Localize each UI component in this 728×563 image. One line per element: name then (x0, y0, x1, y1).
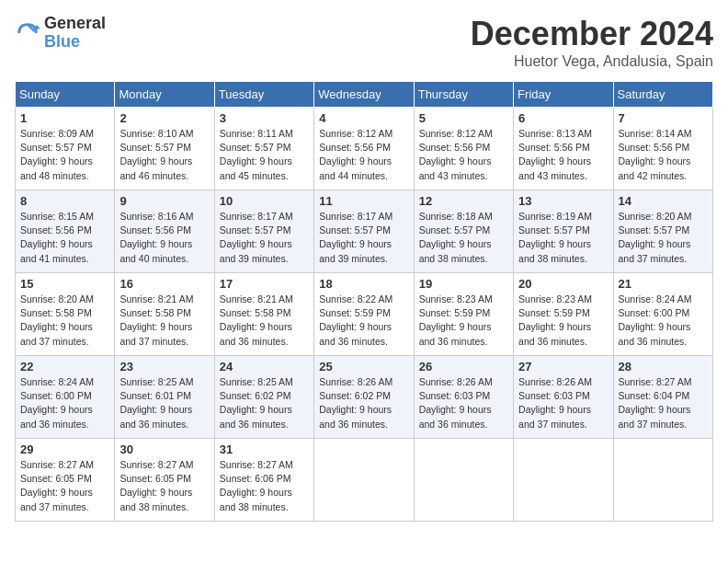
day-info: Sunrise: 8:16 AMSunset: 5:56 PMDaylight:… (119, 211, 193, 264)
day-number: 10 (220, 194, 309, 208)
calendar-day-cell: 24 Sunrise: 8:25 AMSunset: 6:02 PMDaylig… (214, 356, 313, 439)
calendar-day-cell: 18 Sunrise: 8:22 AMSunset: 5:59 PMDaylig… (314, 273, 414, 356)
calendar-week-row: 29 Sunrise: 8:27 AMSunset: 6:05 PMDaylig… (16, 439, 713, 522)
calendar-day-cell (414, 439, 513, 522)
day-number: 21 (619, 277, 708, 291)
calendar-day-cell: 25 Sunrise: 8:26 AMSunset: 6:02 PMDaylig… (314, 356, 414, 439)
weekday-header: Thursday (414, 82, 513, 108)
day-info: Sunrise: 8:17 AMSunset: 5:57 PMDaylight:… (319, 211, 392, 264)
calendar-day-cell: 31 Sunrise: 8:27 AMSunset: 6:06 PMDaylig… (214, 439, 313, 522)
day-number: 6 (518, 111, 608, 125)
day-number: 1 (20, 111, 109, 125)
day-number: 5 (419, 111, 508, 125)
calendar-day-cell: 17 Sunrise: 8:21 AMSunset: 5:58 PMDaylig… (214, 273, 313, 356)
calendar-day-cell: 4 Sunrise: 8:12 AMSunset: 5:56 PMDayligh… (314, 108, 414, 190)
day-number: 19 (419, 277, 508, 291)
calendar-table: SundayMondayTuesdayWednesdayThursdayFrid… (15, 81, 713, 522)
day-info: Sunrise: 8:20 AMSunset: 5:58 PMDaylight:… (20, 293, 94, 347)
weekday-header: Monday (115, 82, 214, 108)
calendar-day-cell: 11 Sunrise: 8:17 AMSunset: 5:57 PMDaylig… (314, 190, 414, 273)
day-info: Sunrise: 8:12 AMSunset: 5:56 PMDaylight:… (419, 128, 493, 181)
logo: General Blue (15, 15, 106, 52)
day-number: 20 (518, 277, 608, 291)
calendar-day-cell: 2 Sunrise: 8:10 AMSunset: 5:57 PMDayligh… (115, 108, 214, 190)
day-info: Sunrise: 8:26 AMSunset: 6:02 PMDaylight:… (319, 376, 392, 430)
day-number: 22 (20, 360, 109, 373)
day-number: 25 (319, 360, 408, 373)
calendar-day-cell: 8 Sunrise: 8:15 AMSunset: 5:56 PMDayligh… (16, 190, 115, 273)
calendar-day-cell: 23 Sunrise: 8:25 AMSunset: 6:01 PMDaylig… (115, 356, 214, 439)
title-section: December 2024 Huetor Vega, Andalusia, Sp… (471, 15, 713, 70)
day-info: Sunrise: 8:11 AMSunset: 5:57 PMDaylight:… (220, 128, 293, 181)
calendar-day-cell: 19 Sunrise: 8:23 AMSunset: 5:59 PMDaylig… (414, 273, 513, 356)
weekday-header: Saturday (613, 82, 712, 108)
day-info: Sunrise: 8:27 AMSunset: 6:04 PMDaylight:… (619, 376, 692, 430)
day-info: Sunrise: 8:20 AMSunset: 5:57 PMDaylight:… (619, 211, 692, 264)
day-info: Sunrise: 8:23 AMSunset: 5:59 PMDaylight:… (419, 293, 493, 347)
day-number: 27 (518, 360, 608, 373)
weekday-header: Friday (514, 82, 613, 108)
weekday-header: Sunday (16, 82, 115, 108)
day-number: 11 (319, 194, 408, 208)
day-number: 15 (20, 277, 109, 291)
calendar-day-cell: 15 Sunrise: 8:20 AMSunset: 5:58 PMDaylig… (16, 273, 115, 356)
day-number: 30 (119, 442, 209, 456)
day-info: Sunrise: 8:09 AMSunset: 5:57 PMDaylight:… (20, 128, 94, 181)
calendar-day-cell: 27 Sunrise: 8:26 AMSunset: 6:03 PMDaylig… (514, 356, 613, 439)
day-info: Sunrise: 8:17 AMSunset: 5:57 PMDaylight:… (220, 211, 293, 264)
calendar-day-cell: 21 Sunrise: 8:24 AMSunset: 6:00 PMDaylig… (613, 273, 712, 356)
calendar-day-cell: 10 Sunrise: 8:17 AMSunset: 5:57 PMDaylig… (214, 190, 313, 273)
day-number: 16 (119, 277, 209, 291)
day-info: Sunrise: 8:26 AMSunset: 6:03 PMDaylight:… (419, 376, 493, 430)
calendar-week-row: 22 Sunrise: 8:24 AMSunset: 6:00 PMDaylig… (16, 356, 713, 439)
day-info: Sunrise: 8:27 AMSunset: 6:06 PMDaylight:… (220, 459, 293, 512)
calendar-day-cell (514, 439, 613, 522)
calendar-day-cell: 7 Sunrise: 8:14 AMSunset: 5:56 PMDayligh… (613, 108, 712, 190)
day-info: Sunrise: 8:18 AMSunset: 5:57 PMDaylight:… (419, 211, 493, 264)
day-number: 23 (119, 360, 209, 373)
calendar-day-cell (613, 439, 712, 522)
day-info: Sunrise: 8:23 AMSunset: 5:59 PMDaylight:… (518, 293, 592, 347)
day-info: Sunrise: 8:15 AMSunset: 5:56 PMDaylight:… (20, 211, 94, 264)
day-number: 12 (419, 194, 508, 208)
day-number: 29 (20, 442, 109, 456)
calendar-day-cell: 30 Sunrise: 8:27 AMSunset: 6:05 PMDaylig… (115, 439, 214, 522)
calendar-day-cell: 16 Sunrise: 8:21 AMSunset: 5:58 PMDaylig… (115, 273, 214, 356)
logo-blue: Blue (44, 33, 106, 52)
day-number: 28 (619, 360, 708, 373)
logo-icon (15, 20, 40, 46)
calendar-day-cell: 9 Sunrise: 8:16 AMSunset: 5:56 PMDayligh… (115, 190, 214, 273)
weekday-header: Wednesday (314, 82, 414, 108)
location-title: Huetor Vega, Andalusia, Spain (471, 53, 713, 70)
day-number: 7 (619, 111, 708, 125)
calendar-day-cell: 12 Sunrise: 8:18 AMSunset: 5:57 PMDaylig… (414, 190, 513, 273)
month-title: December 2024 (471, 15, 713, 53)
calendar-day-cell: 22 Sunrise: 8:24 AMSunset: 6:00 PMDaylig… (16, 356, 115, 439)
day-info: Sunrise: 8:21 AMSunset: 5:58 PMDaylight:… (220, 293, 293, 347)
day-number: 4 (319, 111, 408, 125)
day-info: Sunrise: 8:24 AMSunset: 6:00 PMDaylight:… (619, 293, 692, 347)
calendar-week-row: 1 Sunrise: 8:09 AMSunset: 5:57 PMDayligh… (16, 108, 713, 190)
page-header: General Blue December 2024 Huetor Vega, … (15, 15, 713, 70)
day-number: 17 (220, 277, 309, 291)
day-number: 13 (518, 194, 608, 208)
calendar-day-cell: 28 Sunrise: 8:27 AMSunset: 6:04 PMDaylig… (613, 356, 712, 439)
calendar-week-row: 15 Sunrise: 8:20 AMSunset: 5:58 PMDaylig… (16, 273, 713, 356)
day-info: Sunrise: 8:13 AMSunset: 5:56 PMDaylight:… (518, 128, 592, 181)
logo-text: General Blue (44, 15, 106, 52)
day-info: Sunrise: 8:25 AMSunset: 6:01 PMDaylight:… (119, 376, 193, 430)
logo-general: General (44, 15, 106, 33)
day-number: 8 (20, 194, 109, 208)
day-number: 14 (619, 194, 708, 208)
calendar-day-cell: 5 Sunrise: 8:12 AMSunset: 5:56 PMDayligh… (414, 108, 513, 190)
day-info: Sunrise: 8:27 AMSunset: 6:05 PMDaylight:… (119, 459, 193, 512)
calendar-day-cell: 1 Sunrise: 8:09 AMSunset: 5:57 PMDayligh… (16, 108, 115, 190)
calendar-day-cell: 26 Sunrise: 8:26 AMSunset: 6:03 PMDaylig… (414, 356, 513, 439)
day-info: Sunrise: 8:10 AMSunset: 5:57 PMDaylight:… (119, 128, 193, 181)
day-info: Sunrise: 8:19 AMSunset: 5:57 PMDaylight:… (518, 211, 592, 264)
day-info: Sunrise: 8:24 AMSunset: 6:00 PMDaylight:… (20, 376, 94, 430)
day-number: 3 (220, 111, 309, 125)
day-info: Sunrise: 8:21 AMSunset: 5:58 PMDaylight:… (119, 293, 193, 347)
weekday-header: Tuesday (214, 82, 313, 108)
day-info: Sunrise: 8:22 AMSunset: 5:59 PMDaylight:… (319, 293, 392, 347)
